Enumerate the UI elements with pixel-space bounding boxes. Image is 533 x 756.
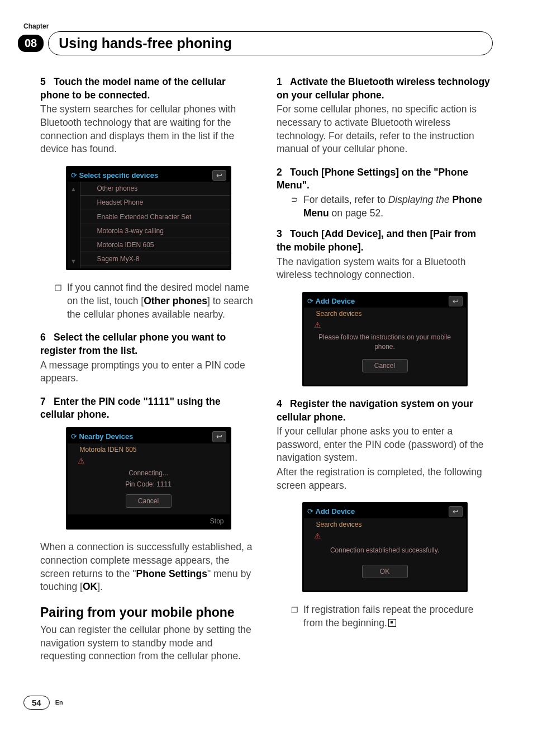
reference-arrow-icon: ⊃ [291, 193, 303, 220]
step-1-body: For some cellular phones, no specific ac… [277, 103, 493, 156]
screenshot-add-device-success: ⟳Add Device ↩ Search devices ⚠ Connectio… [302, 502, 468, 592]
back-icon[interactable]: ↩ [212, 431, 226, 442]
page-number: 54 [23, 696, 50, 710]
back-icon[interactable]: ↩ [449, 296, 463, 307]
page-footer: 54 En [23, 696, 493, 710]
step-7-heading: 7Enter the PIN code "1111" using the cel… [40, 395, 256, 422]
list-item[interactable]: Other phones [80, 182, 230, 196]
bluetooth-icon: ⟳ [307, 507, 313, 516]
note-registration-fail: ❐ If registration fails repeat the proce… [291, 603, 493, 630]
scroll-down-icon[interactable]: ▼ [70, 257, 77, 266]
ok-button[interactable]: OK [362, 565, 408, 578]
alert-icon: ⚠ [68, 456, 230, 466]
shot4-sub: Search devices [304, 518, 466, 531]
shot2-device-row: Motorola IDEN 605 [68, 443, 230, 456]
step-4-body-1: If your cellular phone asks you to enter… [277, 425, 493, 465]
post-shot2-text: When a connection is successfully establ… [40, 541, 256, 594]
back-icon[interactable]: ↩ [449, 506, 463, 517]
cancel-button[interactable]: Cancel [362, 359, 408, 372]
right-column: 1Activate the Bluetooth wireless technol… [277, 75, 493, 673]
chapter-title: Using hands-free phoning [48, 31, 493, 55]
bluetooth-icon: ⟳ [71, 171, 77, 179]
screenshot-nearby-devices: ⟳Nearby Devices ↩ Motorola IDEN 605 ⚠ Co… [66, 427, 231, 530]
list-item[interactable]: Headset Phone [80, 196, 230, 210]
step-2-reference: ⊃ For details, refer to Displaying the P… [291, 193, 493, 220]
step-2-heading: 2Touch [Phone Settings] on the "Phone Me… [277, 166, 493, 192]
alert-icon: ⚠ [304, 531, 466, 541]
shot3-msg: Please follow the instructions on your m… [304, 330, 466, 353]
step-6-heading: 6Select the cellular phone you want to r… [40, 331, 256, 357]
chapter-header: 08 Using hands-free phoning [18, 31, 493, 55]
step-4-heading: 4Register the navigation system on your … [277, 398, 493, 424]
step-4-body-2: After the registration is completed, the… [277, 466, 493, 492]
cancel-button[interactable]: Cancel [126, 494, 172, 508]
note-other-phones: ❐ If you cannot find the desired model n… [55, 281, 256, 321]
language-code: En [55, 699, 63, 706]
chapter-label: Chapter [23, 22, 493, 30]
shot2-title: Nearby Devices [79, 432, 134, 441]
step-6-body: A message promptings you to enter a PIN … [40, 359, 256, 385]
list-item[interactable]: Sagem MyX-8 [80, 252, 230, 266]
shot3-title: Add Device [316, 297, 355, 305]
bluetooth-icon: ⟳ [307, 297, 313, 305]
list-item[interactable]: Enable Extended Character Set [80, 210, 230, 224]
shot1-title: Select specific devices [79, 171, 159, 179]
chapter-number-badge: 08 [18, 35, 44, 52]
end-of-section-icon [388, 619, 396, 627]
shot2-pincode: Pin Code: 1111 [68, 480, 230, 489]
note-icon: ❐ [55, 281, 67, 321]
alert-icon: ⚠ [304, 320, 466, 330]
shot4-msg: Connection established successfully. [304, 541, 466, 559]
back-icon[interactable]: ↩ [212, 170, 226, 181]
step-5-heading: 5Touch the model name of the cellular ph… [40, 75, 256, 102]
scroll-up-icon[interactable]: ▲ [70, 185, 77, 193]
shot2-footer[interactable]: Stop [68, 514, 230, 528]
pairing-heading: Pairing from your mobile phone [40, 604, 256, 621]
shot4-title: Add Device [316, 507, 355, 516]
step-3-body: The navigation system waits for a Blueto… [277, 256, 493, 282]
left-column: 5Touch the model name of the cellular ph… [40, 75, 256, 673]
step-5-body: The system searches for cellular phones … [40, 103, 256, 156]
screenshot-select-devices: ⟳Select specific devices ↩ ▲▼ Other phon… [66, 166, 231, 271]
list-item[interactable]: Motorola IDEN 605 [80, 238, 230, 252]
shot2-connecting: Connecting... [68, 466, 230, 480]
note-icon: ❐ [291, 603, 303, 630]
pairing-body: You can register the cellular phone by s… [40, 623, 256, 663]
step-1-heading: 1Activate the Bluetooth wireless technol… [277, 75, 493, 102]
shot3-sub: Search devices [304, 308, 466, 320]
screenshot-add-device-wait: ⟳Add Device ↩ Search devices ⚠ Please fo… [302, 292, 468, 386]
list-item[interactable]: Motorola 3-way calling [80, 224, 230, 238]
bluetooth-icon: ⟳ [71, 432, 77, 441]
step-3-heading: 3Touch [Add Device], and then [Pair from… [277, 228, 493, 254]
